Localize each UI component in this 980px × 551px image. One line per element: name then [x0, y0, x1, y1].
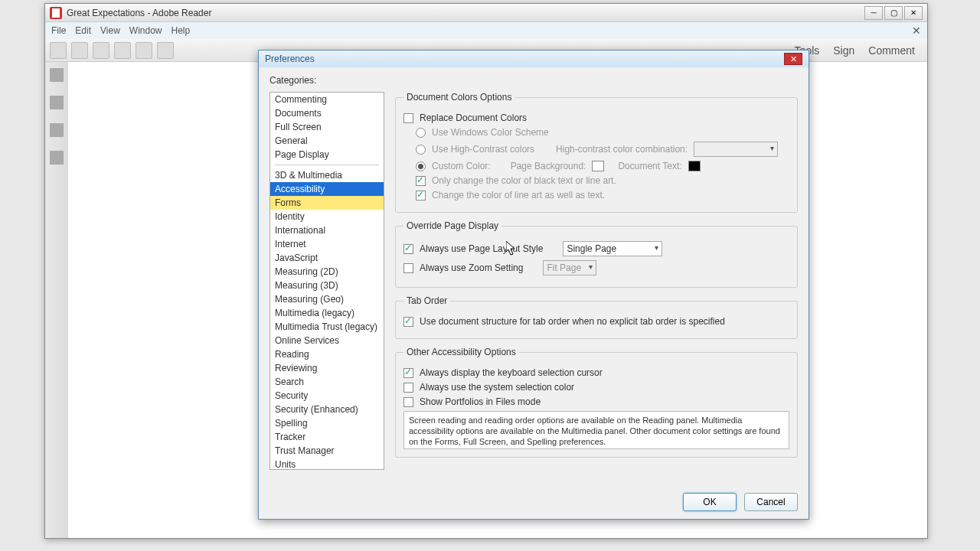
document-colors-legend: Document Colors Options [403, 92, 514, 103]
doc-close-icon[interactable]: ✕ [912, 24, 921, 37]
preferences-dialog: Preferences ✕ Categories: CommentingDocu… [258, 50, 809, 520]
use-windows-scheme-radio [416, 128, 426, 138]
zoom-combo: Fit Page [543, 260, 596, 276]
menu-window[interactable]: Window [129, 25, 162, 36]
thumbnails-icon[interactable] [50, 68, 64, 82]
category-item[interactable]: Measuring (2D) [270, 265, 384, 279]
menu-view[interactable]: View [100, 25, 120, 36]
app-icon [50, 7, 62, 19]
close-button[interactable]: ✕ [904, 6, 923, 20]
category-item[interactable]: Full Screen [270, 120, 384, 134]
dialog-close-button[interactable]: ✕ [784, 53, 802, 65]
category-item[interactable]: Multimedia (legacy) [270, 306, 384, 320]
menu-file[interactable]: File [51, 25, 66, 36]
category-item[interactable]: Internet [270, 237, 384, 251]
other-legend: Other Accessibility Options [403, 347, 519, 357]
page-bg-swatch[interactable] [592, 161, 604, 171]
email-icon[interactable] [157, 42, 174, 59]
category-item[interactable]: Online Services [270, 334, 384, 347]
save-icon[interactable] [114, 42, 131, 59]
category-item[interactable]: Units [270, 458, 384, 470]
menubar: File Edit View Window Help ✕ [45, 22, 927, 39]
category-item[interactable]: Forms [270, 196, 384, 210]
doc-text-label: Document Text: [618, 161, 681, 171]
layout-combo[interactable]: Single Page [563, 241, 662, 256]
hc-combo [694, 142, 778, 157]
line-art-checkbox [416, 191, 426, 201]
category-item[interactable]: Spelling [270, 416, 384, 430]
category-item[interactable]: Search [270, 375, 384, 389]
categories-label: Categories: [270, 75, 798, 86]
window-title: Great Expectations - Adobe Reader [67, 8, 864, 18]
portfolios-label: Show Portfolios in Files mode [420, 396, 541, 407]
tool-button[interactable] [71, 42, 88, 59]
menu-help[interactable]: Help [172, 25, 191, 36]
always-layout-checkbox[interactable] [403, 244, 413, 254]
help-text: Screen reading and reading order options… [403, 411, 789, 449]
line-art-label: Change the color of line art as well as … [432, 190, 605, 201]
use-high-contrast-label: Use High-Contrast colors [432, 144, 534, 155]
bookmarks-icon[interactable] [50, 96, 64, 109]
tab-structure-checkbox[interactable] [403, 317, 413, 327]
minimize-button[interactable]: ─ [864, 6, 883, 20]
custom-color-label: Custom Color: [432, 161, 491, 171]
category-item[interactable]: Tracker [270, 430, 384, 444]
category-item[interactable]: International [270, 223, 384, 237]
doc-text-swatch[interactable] [688, 161, 701, 171]
tab-structure-label: Use document structure for tab order whe… [420, 316, 725, 327]
category-item[interactable]: JavaScript [270, 251, 384, 265]
category-item[interactable]: Security [270, 389, 384, 403]
nav-pane [45, 62, 68, 538]
only-black-label: Only change the color of black text or l… [432, 175, 616, 186]
print-icon[interactable] [136, 42, 152, 59]
sign-panel-button[interactable]: Sign [833, 44, 854, 57]
hc-combo-label: High-contrast color combination: [556, 144, 688, 155]
dialog-title: Preferences [265, 54, 315, 64]
category-item[interactable]: 3D & Multimedia [270, 168, 384, 182]
cancel-button[interactable]: Cancel [744, 493, 798, 511]
kb-cursor-checkbox[interactable] [403, 368, 413, 378]
category-item[interactable]: General [270, 134, 384, 148]
other-accessibility-group: Other Accessibility Options Always displ… [395, 347, 798, 458]
only-black-checkbox [416, 176, 426, 186]
always-zoom-checkbox[interactable] [403, 263, 413, 273]
always-layout-label: Always use Page Layout Style [420, 243, 543, 254]
category-item[interactable]: Accessibility [270, 182, 384, 196]
category-item[interactable]: Measuring (Geo) [270, 292, 384, 306]
category-item[interactable]: Reading [270, 347, 384, 361]
always-zoom-label: Always use Zoom Setting [420, 262, 523, 273]
settings-panel: Document Colors Options Replace Document… [395, 92, 798, 470]
category-item[interactable]: Multimedia Trust (legacy) [270, 320, 384, 334]
category-item[interactable]: Trust Manager [270, 444, 384, 458]
comment-panel-button[interactable]: Comment [868, 44, 915, 57]
menu-edit[interactable]: Edit [75, 25, 91, 36]
maximize-button[interactable]: ▢ [884, 6, 903, 20]
category-item[interactable]: Measuring (3D) [270, 279, 384, 292]
replace-colors-checkbox[interactable] [403, 113, 413, 123]
layers-icon[interactable] [50, 151, 64, 165]
category-item[interactable]: Reviewing [270, 361, 384, 375]
category-item[interactable]: Identity [270, 210, 384, 223]
category-item[interactable]: Documents [270, 106, 384, 120]
page-bg-label: Page Background: [511, 161, 586, 171]
sys-color-label: Always use the system selection color [420, 382, 574, 393]
category-item[interactable]: Commenting [270, 93, 384, 106]
document-colors-group: Document Colors Options Replace Document… [395, 92, 798, 213]
kb-cursor-label: Always display the keyboard selection cu… [420, 367, 603, 378]
category-item[interactable]: Page Display [270, 148, 384, 161]
tool-button[interactable] [93, 42, 109, 59]
tool-button[interactable] [50, 42, 67, 59]
app-window: Great Expectations - Adobe Reader ─ ▢ ✕ … [44, 3, 928, 539]
override-legend: Override Page Display [403, 220, 501, 231]
override-page-display-group: Override Page Display Always use Page La… [395, 220, 798, 288]
sys-color-checkbox[interactable] [403, 383, 413, 393]
titlebar: Great Expectations - Adobe Reader ─ ▢ ✕ [45, 4, 927, 22]
tab-order-group: Tab Order Use document structure for tab… [395, 295, 798, 339]
categories-list[interactable]: CommentingDocumentsFull ScreenGeneralPag… [270, 92, 384, 470]
ok-button[interactable]: OK [683, 493, 737, 511]
custom-color-radio [416, 161, 426, 171]
attachments-icon[interactable] [50, 123, 64, 137]
category-item[interactable]: Security (Enhanced) [270, 403, 384, 416]
portfolios-checkbox[interactable] [403, 397, 413, 407]
replace-colors-label: Replace Document Colors [420, 112, 527, 123]
